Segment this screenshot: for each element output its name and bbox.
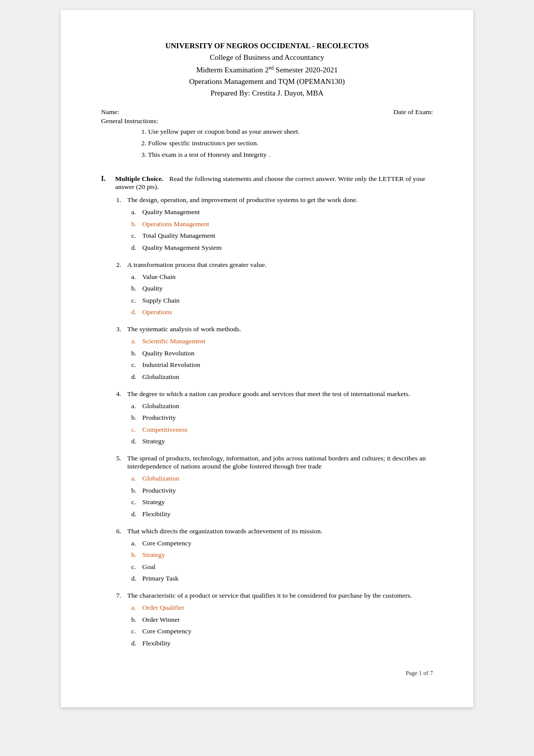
question-item: 2.A transformation process that creates … xyxy=(101,261,433,319)
choice-text: Quality Management System xyxy=(142,242,433,254)
question-num: 1. xyxy=(116,196,127,204)
choice-letter: c. xyxy=(131,424,142,436)
choice-letter: c. xyxy=(131,359,142,371)
question-stem: 1.The design, operation, and improvement… xyxy=(116,196,433,204)
question-num: 2. xyxy=(116,261,127,269)
choice-letter: c. xyxy=(131,561,142,573)
choices-list: a.Value Chainb.Qualityc.Supply Chaind.Op… xyxy=(116,271,433,319)
choice-text: Productivity xyxy=(142,412,433,424)
choice-text: Competitiveness xyxy=(142,424,433,436)
choice-letter: a. xyxy=(131,335,142,347)
question-item: 7.The characteristic of a product or ser… xyxy=(101,592,433,649)
choices-list: a.Globalizationb.Productivityc.Competiti… xyxy=(116,400,433,448)
question-text: The design, operation, and improvement o… xyxy=(127,196,433,204)
choice-letter: d. xyxy=(131,242,142,254)
general-instructions-label: General Instructions: xyxy=(101,117,433,125)
questions-list: 1.The design, operation, and improvement… xyxy=(101,196,433,649)
choice-item: b.Operations Management xyxy=(131,218,433,230)
choices-list: a.Scientific Managementb.Quality Revolut… xyxy=(116,335,433,383)
header-line-3: Midterm Examination 2nd Semester 2020-20… xyxy=(101,64,433,76)
choice-text: Goal xyxy=(142,561,433,573)
name-label: Name: xyxy=(101,108,119,116)
choice-text: Globalization xyxy=(142,472,433,485)
choice-item: b.Productivity xyxy=(131,412,433,424)
choice-letter: b. xyxy=(131,412,142,424)
choice-item: b.Productivity xyxy=(131,485,433,497)
name-date-row: Name: Date of Exam: xyxy=(101,108,433,116)
choice-letter: a. xyxy=(131,472,142,485)
question-num: 7. xyxy=(116,592,127,600)
choice-letter: d. xyxy=(131,435,142,447)
exam-page: UNIVERSITY OF NEGROS OCCIDENTAL - RECOLE… xyxy=(61,10,473,707)
choices-list: a.Core Competencyb.Strategyc.Goald.Prima… xyxy=(116,537,433,585)
choice-text: Globalization xyxy=(142,400,433,412)
choice-text: Core Competency xyxy=(142,537,433,549)
header-line-3-post: Semester 2020-2021 xyxy=(274,66,337,74)
question-stem: 3.The systematic analysis of work method… xyxy=(116,325,433,333)
question-item: 6.That which directs the organization to… xyxy=(101,527,433,585)
choice-item: d.Primary Task xyxy=(131,573,433,585)
choice-text: Quality xyxy=(142,282,433,295)
choice-text: Total Quality Management xyxy=(142,230,433,242)
choice-text: Strategy xyxy=(142,435,433,447)
choice-text: Flexibility xyxy=(142,637,433,649)
choice-text: Primary Task xyxy=(142,573,433,585)
choice-letter: b. xyxy=(131,549,142,561)
choice-text: Globalization xyxy=(142,371,433,383)
question-text: The spread of products, technology, info… xyxy=(127,454,433,470)
header-line-1: UNIVERSITY OF NEGROS OCCIDENTAL - RECOLE… xyxy=(101,40,433,52)
choice-item: b.Order Winner xyxy=(131,614,433,626)
choice-text: Operations Management xyxy=(142,218,433,230)
header-line-5: Prepared By: Crestita J. Dayot, MBA xyxy=(101,87,433,99)
question-stem: 5.The spread of products, technology, in… xyxy=(116,454,433,470)
choice-item: d.Globalization xyxy=(131,371,433,383)
choice-item: c.Core Competency xyxy=(131,625,433,637)
choice-item: a.Order Qualifier xyxy=(131,602,433,614)
question-item: 4.The degree to which a nation can produ… xyxy=(101,390,433,448)
header-line-3-pre: Midterm Examination 2 xyxy=(196,66,269,74)
choice-item: a.Globalization xyxy=(131,472,433,485)
choice-item: b.Strategy xyxy=(131,549,433,561)
page-header: UNIVERSITY OF NEGROS OCCIDENTAL - RECOLE… xyxy=(101,40,433,99)
date-label: Date of Exam: xyxy=(393,108,433,116)
question-num: 3. xyxy=(116,325,127,333)
question-stem: 4.The degree to which a nation can produ… xyxy=(116,390,433,398)
choice-letter: b. xyxy=(131,614,142,626)
question-text: That which directs the organization towa… xyxy=(127,527,433,535)
choice-item: c.Supply Chain xyxy=(131,295,433,307)
instruction-item: 3. This exam is a test of Honesty and In… xyxy=(141,149,433,161)
choices-list: a.Order Qualifierb.Order Winnerc.Core Co… xyxy=(116,602,433,649)
choice-letter: c. xyxy=(131,230,142,242)
choice-letter: d. xyxy=(131,573,142,585)
choice-item: a.Core Competency xyxy=(131,537,433,549)
choice-letter: d. xyxy=(131,371,142,383)
question-item: 1.The design, operation, and improvement… xyxy=(101,196,433,254)
question-item: 5.The spread of products, technology, in… xyxy=(101,454,433,520)
choice-text: Quality Revolution xyxy=(142,347,433,359)
choice-letter: c. xyxy=(131,496,142,508)
choice-item: c.Industrial Revolution xyxy=(131,359,433,371)
choice-item: d.Flexibility xyxy=(131,637,433,649)
section-roman: I. xyxy=(101,175,115,183)
choice-item: a.Globalization xyxy=(131,400,433,412)
choices-list: a.Quality Managementb.Operations Managem… xyxy=(116,206,433,254)
section-1-title: I. Multiple Choice. Read the following s… xyxy=(101,175,433,191)
choice-letter: c. xyxy=(131,295,142,307)
question-text: A transformation process that creates gr… xyxy=(127,261,433,269)
question-num: 4. xyxy=(116,390,127,398)
question-text: The degree to which a nation can produce… xyxy=(127,390,433,398)
choice-text: Order Qualifier xyxy=(142,602,433,614)
choice-letter: a. xyxy=(131,537,142,549)
choice-text: Strategy xyxy=(142,549,433,561)
question-text: The systematic analysis of work methods. xyxy=(127,325,433,333)
choice-item: d.Flexibility xyxy=(131,508,433,520)
choice-text: Strategy xyxy=(142,496,433,508)
question-text: The characteristic of a product or servi… xyxy=(127,592,433,600)
question-stem: 6.That which directs the organization to… xyxy=(116,527,433,535)
question-stem: 2.A transformation process that creates … xyxy=(116,261,433,269)
choice-letter: d. xyxy=(131,508,142,520)
instruction-item: 1. Use yellow paper or coupon bond as yo… xyxy=(141,126,433,138)
choice-item: c.Competitiveness xyxy=(131,424,433,436)
page-footer: Page 1 of 7 xyxy=(101,670,433,677)
choice-text: Scientific Management xyxy=(142,335,433,347)
